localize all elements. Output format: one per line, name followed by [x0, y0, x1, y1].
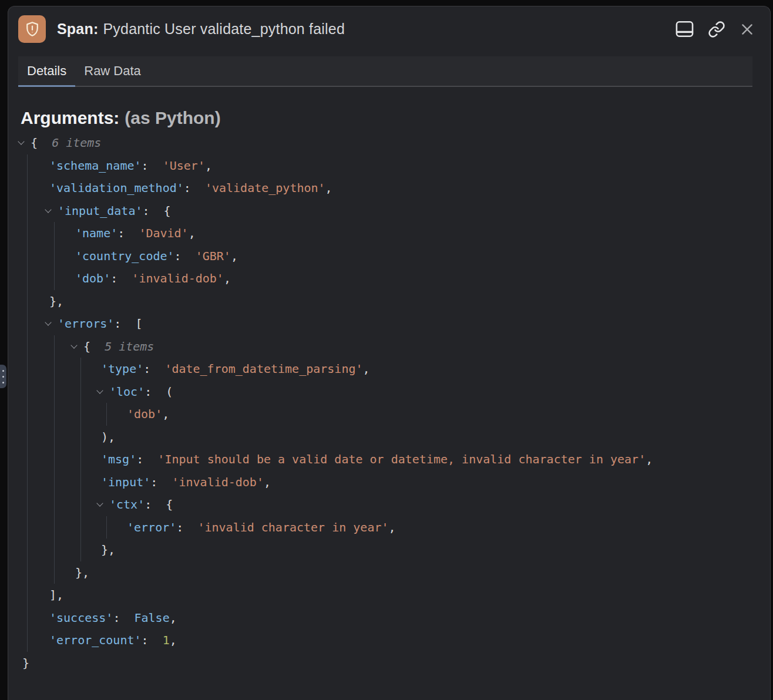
- tab-raw-data[interactable]: Raw Data: [75, 56, 150, 86]
- json-punctuation: {: [83, 339, 105, 354]
- indent-guide: [27, 154, 28, 177]
- indent-guide: [80, 516, 81, 539]
- tree-row: 'dob',: [8, 403, 770, 426]
- json-punctuation: :: [113, 611, 134, 625]
- section-heading-main: Arguments:: [21, 108, 119, 127]
- tree-row: 'validation_method': 'validate_python',: [8, 177, 770, 200]
- json-key: 'name': [75, 226, 117, 240]
- json-punctuation: ,: [170, 611, 177, 625]
- indent-guide: [27, 335, 28, 358]
- json-string: 'invalid character in year': [197, 520, 388, 534]
- indent-guide: [80, 448, 81, 471]
- indent-guide: [27, 426, 28, 449]
- json-string: 'User': [163, 159, 205, 173]
- indent-guide: [54, 516, 55, 539]
- json-key: 'type': [101, 362, 143, 376]
- json-punctuation: :: [150, 475, 172, 489]
- link-icon[interactable]: [708, 21, 725, 38]
- close-icon[interactable]: [740, 22, 755, 37]
- tree-row: 'ctx': {: [8, 493, 770, 516]
- json-string: 'dob': [127, 407, 162, 421]
- indent-guide: [80, 471, 81, 494]
- json-key: 'ctx': [109, 497, 144, 511]
- indent-guide: [54, 358, 55, 381]
- json-punctuation: ,: [170, 633, 177, 647]
- json-punctuation: },: [49, 294, 63, 308]
- tree-row: ],: [8, 584, 770, 607]
- indent-guide: [54, 426, 55, 449]
- section-heading: Arguments:(as Python): [21, 108, 770, 128]
- header-actions: [675, 21, 755, 38]
- tree-row: },: [8, 539, 770, 561]
- tab-details[interactable]: Details: [18, 56, 75, 86]
- tree-row: 'country_code': 'GBR',: [8, 245, 770, 268]
- indent-guide: [27, 629, 28, 652]
- tree-row: 'error': 'invalid character in year',: [8, 516, 770, 539]
- panel-bottom-icon[interactable]: [675, 21, 694, 38]
- chevron-down-icon[interactable]: [96, 387, 103, 393]
- json-number: 1: [163, 633, 170, 647]
- indent-guide: [27, 607, 28, 630]
- tree-row: 'success': False,: [8, 607, 770, 630]
- json-punctuation: ,: [363, 362, 370, 376]
- chevron-down-icon[interactable]: [45, 319, 51, 326]
- json-punctuation: },: [75, 566, 89, 580]
- indent-guide: [27, 403, 28, 426]
- panel-title-prefix: Span:: [57, 21, 98, 37]
- tree-row: 'input': 'invalid-dob',: [8, 471, 770, 494]
- tree-row: 'loc': (: [8, 381, 770, 403]
- indent-guide: [27, 200, 28, 223]
- indent-guide: [27, 245, 28, 268]
- json-punctuation: : {: [143, 204, 171, 218]
- chevron-down-icon[interactable]: [18, 139, 24, 145]
- json-punctuation: },: [101, 543, 115, 557]
- json-punctuation: ,: [646, 452, 653, 466]
- drag-handle-dot: [2, 370, 4, 372]
- indent-guide: [80, 381, 81, 403]
- panel-title-text: Pydantic User validate_python failed: [103, 21, 345, 37]
- json-string: 'David': [139, 226, 188, 240]
- json-punctuation: ,: [224, 271, 231, 285]
- json-punctuation: ],: [49, 588, 63, 602]
- indent-guide: [27, 381, 28, 403]
- json-key: 'input_data': [58, 204, 143, 218]
- chevron-down-icon[interactable]: [70, 342, 77, 348]
- chevron-down-icon[interactable]: [45, 206, 51, 213]
- indent-guide: [80, 539, 81, 561]
- json-key: 'errors': [58, 317, 114, 331]
- indent-guide: [54, 561, 55, 584]
- json-punctuation: {: [31, 136, 52, 150]
- json-punctuation: :: [176, 520, 197, 534]
- json-key: 'loc': [109, 385, 144, 399]
- tree-row: 'type': 'date_from_datetime_parsing',: [8, 358, 770, 381]
- json-item-count: 5 items: [105, 339, 154, 354]
- json-punctuation: ,: [325, 181, 332, 195]
- json-punctuation: :: [117, 226, 139, 240]
- drag-handle-dot: [2, 382, 4, 383]
- json-punctuation: :: [184, 181, 205, 195]
- indent-guide: [54, 381, 55, 403]
- drag-handle[interactable]: [0, 365, 6, 388]
- tree-row: },: [8, 561, 770, 584]
- tree-row: 'input_data': {: [8, 200, 770, 223]
- indent-guide: [27, 358, 28, 381]
- indent-guide: [54, 245, 55, 268]
- indent-guide: [80, 426, 81, 449]
- indent-guide: [54, 493, 55, 516]
- tree-row: },: [8, 290, 770, 313]
- chevron-down-icon[interactable]: [96, 500, 103, 507]
- json-punctuation: ,: [264, 475, 271, 489]
- indent-guide: [27, 290, 28, 313]
- json-key: 'input': [101, 475, 150, 489]
- json-key: 'error_count': [49, 633, 142, 647]
- indent-guide: [27, 539, 28, 561]
- span-detail-panel: Span:Pydantic User validate_python faile…: [8, 6, 771, 700]
- indent-guide: [27, 267, 28, 290]
- json-key: 'success': [49, 611, 113, 625]
- indent-guide: [80, 403, 81, 426]
- json-punctuation: :: [142, 159, 163, 173]
- json-string: 'validate_python': [205, 181, 325, 195]
- tree-row: 'error_count': 1,: [8, 629, 770, 652]
- indent-guide: [27, 312, 28, 335]
- tree-row: { 6 items: [8, 132, 770, 154]
